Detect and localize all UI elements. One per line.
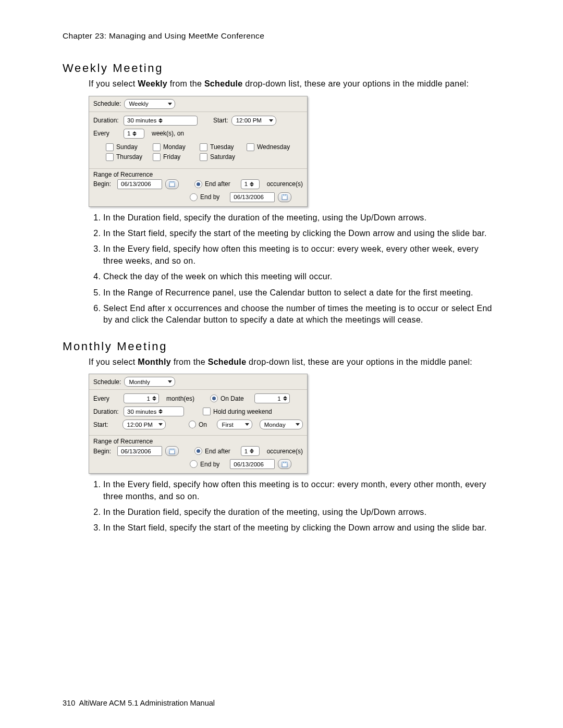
start-dropdown[interactable]: 12:00 PM — [123, 419, 166, 429]
list-item: In the Every field, specify how often th… — [103, 243, 500, 267]
on-date-radio[interactable] — [210, 394, 218, 402]
begin-date-field[interactable]: 06/13/2006 — [117, 179, 162, 189]
calendar-icon — [169, 448, 175, 454]
end-by-date-field[interactable]: 06/13/2006 — [230, 459, 275, 469]
end-by-label: End by — [200, 193, 219, 201]
range-label: Range of Recurrence — [93, 438, 303, 445]
day-wednesday[interactable]: Wednesday — [247, 143, 293, 151]
end-by-radio[interactable] — [190, 460, 198, 468]
monthly-panel: Schedule: Monthly Every 1 month(es) On D… — [89, 374, 308, 474]
schedule-label: Schedule: — [93, 378, 121, 386]
checkbox-icon[interactable] — [106, 153, 114, 161]
every-suffix: week(s), on — [152, 130, 184, 137]
duration-field[interactable]: 30 minutes — [124, 116, 198, 126]
monthly-steps: In the Every field, specify how often th… — [89, 479, 500, 534]
every-stepper[interactable]: 1 — [124, 393, 159, 403]
list-item: Select End after x occurrences and choos… — [103, 303, 500, 326]
end-by-radio[interactable] — [190, 193, 198, 201]
end-by-label: End by — [200, 461, 219, 468]
spinner-icon[interactable] — [158, 409, 163, 414]
list-item: In the Start field, specify the start of… — [103, 228, 500, 239]
text: If you select — [89, 79, 138, 88]
end-by-date-field[interactable]: 06/13/2006 — [230, 192, 275, 202]
monthly-intro: If you select Monthly from the Schedule … — [89, 356, 500, 368]
day-monday[interactable]: Monday — [153, 143, 200, 151]
start-label: Start: — [93, 421, 119, 428]
calendar-icon — [282, 461, 288, 467]
spinner-icon[interactable] — [152, 396, 156, 401]
on-date-label: On Date — [221, 395, 244, 402]
weekly-heading: Weekly Meeting — [63, 61, 500, 75]
schedule-dropdown[interactable]: Weekly — [124, 99, 175, 109]
day-friday[interactable]: Friday — [153, 153, 200, 161]
weekday-dropdown[interactable]: Monday — [260, 419, 303, 429]
text: Schedule — [204, 79, 243, 88]
calendar-button[interactable] — [278, 192, 291, 202]
day-thursday[interactable]: Thursday — [106, 153, 153, 161]
schedule-label: Schedule: — [93, 100, 121, 107]
begin-label: Begin: — [93, 180, 114, 188]
svg-rect-9 — [169, 449, 175, 451]
on-ordinal-radio[interactable] — [189, 421, 196, 428]
end-after-suffix: occurence(s) — [267, 448, 303, 455]
checkbox-icon[interactable] — [153, 153, 161, 161]
on-date-stepper[interactable]: 1 — [254, 393, 290, 403]
end-after-label: End after — [205, 180, 230, 188]
every-label: Every — [93, 130, 120, 137]
day-saturday[interactable]: Saturday — [200, 153, 247, 161]
page-footer: 310 AltiWare ACM 5.1 Administration Manu… — [63, 699, 215, 707]
end-after-radio[interactable] — [194, 447, 202, 455]
checkbox-icon[interactable] — [153, 143, 161, 151]
list-item: In the Duration field, specify the durat… — [103, 212, 500, 224]
text: from the — [171, 357, 208, 366]
weekly-panel: Schedule: Weekly Duration: 30 minutes St… — [89, 96, 308, 207]
calendar-button[interactable] — [165, 446, 179, 456]
calendar-button[interactable] — [165, 179, 179, 189]
begin-label: Begin: — [93, 448, 114, 455]
list-item: In the Duration field, specify the durat… — [103, 507, 500, 518]
end-after-count[interactable]: 1 — [241, 446, 260, 456]
day-tuesday[interactable]: Tuesday — [200, 143, 247, 151]
spinner-icon[interactable] — [158, 118, 163, 123]
spinner-icon[interactable] — [250, 182, 254, 187]
every-suffix: month(es) — [166, 395, 194, 402]
checkbox-icon[interactable] — [200, 153, 207, 161]
day-sunday[interactable]: Sunday — [106, 143, 153, 151]
text: drop-down list, these are your options i… — [246, 357, 472, 366]
start-label: Start: — [213, 117, 228, 124]
text: Monthly — [138, 357, 171, 366]
every-stepper[interactable]: 1 — [124, 129, 144, 139]
text: drop-down list, these are your options i… — [243, 79, 469, 88]
begin-date-field[interactable]: 06/13/2006 — [117, 446, 162, 456]
checkbox-icon[interactable] — [200, 143, 207, 151]
text: from the — [167, 79, 204, 88]
monthly-heading: Monthly Meeting — [63, 340, 500, 353]
duration-label: Duration: — [93, 408, 120, 415]
svg-rect-1 — [169, 182, 175, 183]
ordinal-dropdown[interactable]: First — [217, 419, 252, 429]
spinner-icon[interactable] — [132, 131, 137, 136]
hold-weekend-checkbox[interactable] — [203, 408, 211, 415]
list-item: In the Start field, specify the start of… — [103, 522, 500, 534]
end-after-label: End after — [205, 448, 230, 455]
checkbox-icon[interactable] — [247, 143, 254, 151]
svg-rect-13 — [282, 462, 287, 464]
end-after-radio[interactable] — [194, 180, 202, 188]
spinner-icon[interactable] — [250, 449, 254, 453]
calendar-icon — [169, 181, 175, 187]
start-dropdown[interactable]: 12:00 PM — [231, 116, 276, 126]
calendar-button[interactable] — [278, 459, 291, 469]
schedule-dropdown[interactable]: Monthly — [124, 377, 175, 387]
every-label: Every — [93, 395, 120, 402]
end-after-count[interactable]: 1 — [241, 179, 260, 189]
footer-title: AltiWare ACM 5.1 Administration Manual — [79, 699, 215, 707]
weekday-group: Sunday Monday Tuesday Wednesday Thursday… — [93, 140, 303, 164]
checkbox-icon[interactable] — [106, 143, 114, 151]
text: Weekly — [138, 79, 167, 88]
spinner-icon[interactable] — [283, 396, 287, 401]
list-item: In the Every field, specify how often th… — [103, 479, 500, 502]
svg-rect-5 — [282, 195, 287, 196]
text: If you select — [89, 357, 138, 366]
duration-field[interactable]: 30 minutes — [124, 406, 184, 416]
list-item: In the Range of Recurrence panel, use th… — [103, 287, 500, 299]
